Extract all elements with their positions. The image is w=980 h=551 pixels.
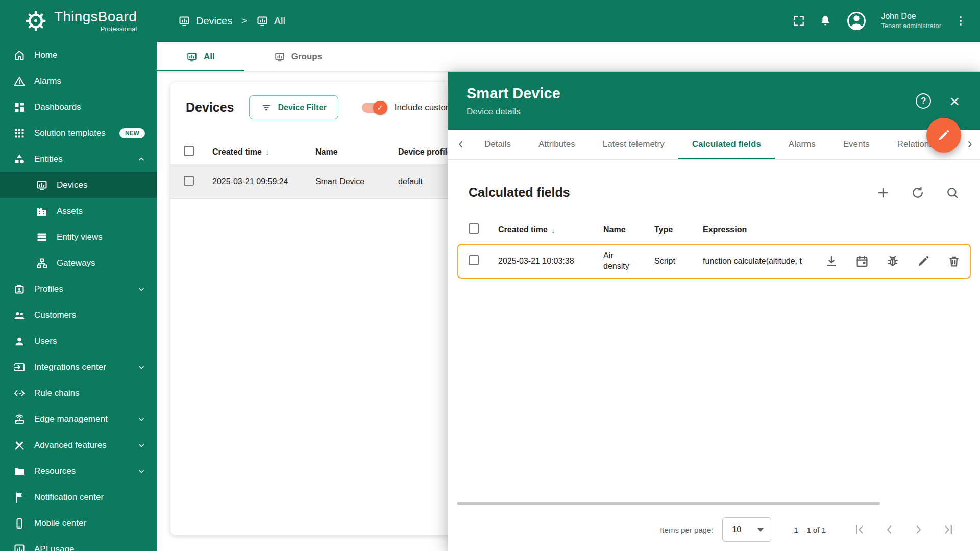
sidebar-item-entities[interactable]: Entities [0,146,157,172]
sidebar-item-integrations-center[interactable]: Integrations center [0,354,157,380]
sidebar-item-resources[interactable]: Resources [0,458,157,484]
sidebar-item-edge-management[interactable]: Edge management [0,406,157,432]
panel-title: Smart Device [467,85,962,102]
calculated-fields-table: Created time ↓ Name Type Expression 2025… [457,218,971,279]
person-icon [13,335,26,347]
tab-details[interactable]: Details [471,130,525,159]
sidebar-item-profiles[interactable]: Profiles [0,276,157,302]
user-role: Tenant administrator [881,22,941,31]
sidebar-item-users[interactable]: Users [0,328,157,354]
fullscreen-button[interactable] [792,14,805,28]
kebab-menu-button[interactable] [954,15,967,27]
device-details-panel: Smart Device Device details ? × Details … [448,72,980,551]
previous-page-icon[interactable] [882,522,896,537]
row-checkbox[interactable] [184,176,194,186]
tab-alarms[interactable]: Alarms [775,130,829,159]
delete-icon[interactable] [947,254,961,268]
select-all-checkbox[interactable] [184,146,194,156]
last-page-icon[interactable] [941,522,955,537]
edit-fab[interactable] [926,118,961,153]
tab-all[interactable]: All [157,42,244,71]
help-icon[interactable]: ? [916,93,931,109]
badge-icon [13,283,26,295]
sidebar-item-customers[interactable]: Customers [0,302,157,328]
column-created-time[interactable]: Created time ↓ [498,225,603,234]
sidebar-item-gateways[interactable]: Gateways [0,250,157,276]
panel-tab-bar: Details Attributes Latest telemetry Calc… [448,130,980,160]
column-name[interactable]: Name [315,147,398,157]
sidebar-item-mobile-center[interactable]: Mobile center [0,510,157,536]
app-edition: Professional [101,26,137,33]
download-icon[interactable] [824,254,839,268]
row-checkbox[interactable] [469,255,479,265]
calendar-events-icon[interactable] [855,254,869,268]
sidebar-item-solution-templates[interactable]: Solution templates NEW [0,120,157,146]
column-type[interactable]: Type [654,225,703,234]
breadcrumb: Devices > All [178,15,285,27]
tabs-scroll-left-button[interactable] [451,130,471,159]
refresh-icon[interactable] [911,186,925,200]
sidebar-item-home[interactable]: Home [0,42,157,68]
tab-latest-telemetry[interactable]: Latest telemetry [589,130,678,159]
sidebar-item-entity-views[interactable]: Entity views [0,224,157,250]
folder-icon [13,465,26,478]
tab-attributes[interactable]: Attributes [525,130,589,159]
calculated-fields-table-header: Created time ↓ Name Type Expression [457,218,971,241]
column-name[interactable]: Name [603,225,654,234]
sidebar-item-advanced-features[interactable]: Advanced features [0,432,157,458]
chevron-down-icon [136,362,146,372]
calculated-fields-panel: Calculated fields Created time ↓ [448,160,980,551]
flag-icon [13,491,26,504]
first-page-icon[interactable] [852,522,867,537]
breadcrumb-separator-icon: > [241,16,247,27]
edit-icon[interactable] [916,254,930,268]
app-header: ThingsBoard Professional Devices > All [0,0,980,42]
panel-subtitle: Device details [467,107,962,117]
bug-debug-icon[interactable] [886,254,900,268]
items-per-page-label: Items per page: [660,525,713,534]
include-customers-toggle[interactable]: ✓ [362,103,386,113]
calculated-fields-header: Calculated fields [448,160,980,200]
column-created-time[interactable]: Created time ↓ [212,147,315,157]
horizontal-scrollbar[interactable] [457,502,880,505]
add-icon[interactable] [876,186,890,200]
sidebar-item-devices[interactable]: Devices [0,172,157,198]
app-logo[interactable]: ThingsBoard Professional [0,9,157,32]
tab-events[interactable]: Events [829,130,884,159]
tab-calculated-fields[interactable]: Calculated fields [678,130,775,159]
user-name: John Doe [881,11,941,22]
tools-icon [13,439,26,452]
breadcrumb-devices[interactable]: Devices [178,15,232,27]
items-per-page-value: 10 [732,525,741,534]
home-icon [13,49,26,61]
close-icon[interactable]: × [949,92,960,110]
lan-icon [36,257,48,269]
section-title: Calculated fields [469,185,570,200]
tab-groups[interactable]: Groups [244,42,352,71]
apps-grid-icon [13,127,26,139]
sidebar-item-alarms[interactable]: Alarms [0,68,157,94]
next-page-icon[interactable] [912,522,926,537]
items-per-page-select[interactable]: 10 [722,517,771,542]
page-title: Devices [186,100,234,115]
notifications-bell-button[interactable] [819,14,832,28]
warning-icon [13,75,26,87]
sidebar-item-rule-chains[interactable]: Rule chains [0,380,157,406]
app-name: ThingsBoard [54,9,137,24]
device-filter-button[interactable]: Device Filter [249,95,338,119]
table-row[interactable]: 2025-03-21 10:03:38 Air density Script f… [457,244,971,279]
select-all-checkbox[interactable] [469,223,479,234]
logo-gear-icon [24,10,47,32]
sidebar-item-dashboards[interactable]: Dashboards [0,94,157,120]
sidebar-item-assets[interactable]: Assets [0,198,157,224]
sidebar-item-notification-center[interactable]: Notification center [0,484,157,510]
breadcrumb-all[interactable]: All [256,15,285,27]
sidebar-item-api-usage[interactable]: API usage [0,536,157,551]
chevron-down-icon [136,466,146,477]
user-avatar[interactable] [845,10,868,32]
tabs-scroll-right-button[interactable] [960,130,980,159]
column-expression[interactable]: Expression [703,225,824,234]
devices-icon [186,51,198,62]
chart-icon [13,543,26,551]
search-icon[interactable] [945,186,960,200]
